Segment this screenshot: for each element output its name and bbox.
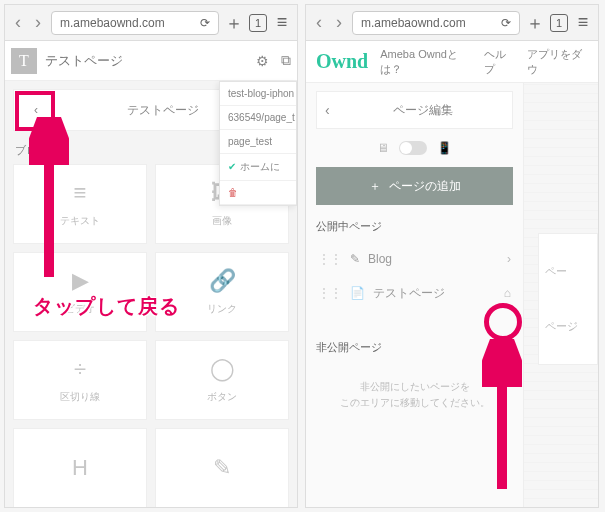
- menu-icon[interactable]: ≡: [574, 12, 592, 33]
- mobile-icon[interactable]: 📱: [437, 141, 452, 155]
- published-heading: 公開中ページ: [316, 219, 513, 234]
- edit-icon: ✎: [213, 455, 231, 481]
- drag-icon[interactable]: ⋮⋮: [318, 252, 342, 266]
- block-grid: ≡テキスト 🖼画像 ▶ビデオ 🔗リンク ÷区切り線 ◯ボタン H ✎: [13, 164, 289, 508]
- back-icon[interactable]: ‹: [11, 12, 25, 33]
- nav-about[interactable]: Ameba Owndとは？: [380, 47, 472, 77]
- unpublished-heading: 非公開ページ: [316, 340, 513, 355]
- left-screenshot: ‹ › m.amebaownd.com ⟳ ＋ 1 ≡ T テストページ ⚙ ⧉…: [4, 4, 298, 508]
- url-text: m.amebaownd.com: [361, 16, 466, 30]
- reload-icon[interactable]: ⟳: [200, 16, 210, 30]
- annotation-text: タップして戻る: [33, 293, 180, 320]
- tile-button[interactable]: ◯ボタン: [155, 340, 289, 420]
- browser-chrome: ‹ › m.amebaownd.com ⟳ ＋ 1 ≡: [5, 5, 297, 41]
- gear-icon[interactable]: ⚙: [256, 53, 269, 69]
- dropdown-delete[interactable]: 🗑: [220, 181, 296, 205]
- external-link-icon[interactable]: ⧉: [281, 52, 291, 69]
- sidebar: ‹ ページ編集 🖥 📱 ＋ ページの追加 公開中ページ ⋮⋮ ✎ Blog › …: [306, 83, 524, 507]
- unpublished-empty-message: 非公開にしたいページを このエリアに移動してください。: [316, 379, 513, 411]
- tile-divider[interactable]: ÷区切り線: [13, 340, 147, 420]
- dropdown-home[interactable]: ✔ホームに: [220, 154, 296, 181]
- page-header: T テストページ ⚙ ⧉: [5, 41, 297, 81]
- page-icon: 📄: [350, 286, 365, 300]
- drag-icon[interactable]: ⋮⋮: [318, 286, 342, 300]
- device-toggle-row: 🖥 📱: [316, 141, 513, 155]
- tile-video[interactable]: ▶ビデオ: [13, 252, 147, 332]
- plus-icon: ＋: [369, 178, 381, 195]
- text-icon: ≡: [74, 180, 87, 206]
- new-tab-icon[interactable]: ＋: [225, 11, 243, 35]
- site-header: Ownd Ameba Owndとは？ ヘルプ アプリをダウ: [306, 41, 598, 83]
- chevron-right-icon: ›: [507, 252, 511, 266]
- tile-edit[interactable]: ✎: [155, 428, 289, 508]
- annotation-arrow: [482, 339, 522, 499]
- address-bar[interactable]: m.amebaownd.com ⟳: [352, 11, 520, 35]
- desktop-icon[interactable]: 🖥: [377, 141, 389, 155]
- page-title: テストページ: [45, 52, 248, 70]
- sidebar-back-button[interactable]: ‹: [325, 102, 341, 118]
- menu-icon[interactable]: ≡: [273, 12, 291, 33]
- link-icon: 🔗: [209, 268, 236, 294]
- page-label: Blog: [368, 252, 392, 266]
- browser-chrome: ‹ › m.amebaownd.com ⟳ ＋ 1 ≡: [306, 5, 598, 41]
- settings-dropdown: test-blog-iphon 636549/page_t page_test …: [219, 81, 297, 206]
- trash-icon: 🗑: [228, 187, 238, 198]
- check-icon: ✔: [228, 161, 236, 172]
- right-screenshot: ‹ › m.amebaownd.com ⟳ ＋ 1 ≡ Ownd Ameba O…: [305, 4, 599, 508]
- button-icon: ◯: [210, 356, 235, 382]
- home-icon: ⌂: [504, 286, 511, 300]
- nav-help[interactable]: ヘルプ: [484, 47, 515, 77]
- ownd-logo[interactable]: Ownd: [316, 50, 368, 73]
- tile-text[interactable]: ≡テキスト: [13, 164, 147, 244]
- tile-heading[interactable]: H: [13, 428, 147, 508]
- add-page-button[interactable]: ＋ ページの追加: [316, 167, 513, 205]
- preview-card: ペー ページ: [538, 233, 598, 365]
- sidebar-title: ページ編集: [341, 102, 504, 119]
- reload-icon[interactable]: ⟳: [501, 16, 511, 30]
- page-icon: ✎: [350, 252, 360, 266]
- new-tab-icon[interactable]: ＋: [526, 11, 544, 35]
- nav-download[interactable]: アプリをダウ: [527, 47, 588, 77]
- forward-icon[interactable]: ›: [31, 12, 45, 33]
- page-item-blog[interactable]: ⋮⋮ ✎ Blog ›: [316, 242, 513, 276]
- panel-back-button[interactable]: ‹: [24, 98, 48, 122]
- page-item-test[interactable]: ⋮⋮ 📄 テストページ ⌂: [316, 276, 513, 310]
- heading-icon: H: [72, 455, 88, 481]
- page-label: テストページ: [373, 285, 445, 302]
- dropdown-slug[interactable]: page_test: [220, 130, 296, 154]
- tab-count[interactable]: 1: [249, 14, 267, 32]
- address-bar[interactable]: m.amebaownd.com ⟳: [51, 11, 219, 35]
- dropdown-url2: 636549/page_t: [220, 106, 296, 130]
- device-toggle[interactable]: [399, 141, 427, 155]
- tile-link[interactable]: 🔗リンク: [155, 252, 289, 332]
- back-icon[interactable]: ‹: [312, 12, 326, 33]
- page-type-icon: T: [11, 48, 37, 74]
- tab-count[interactable]: 1: [550, 14, 568, 32]
- url-text: m.amebaownd.com: [60, 16, 165, 30]
- editor-body: ‹ ページ編集 🖥 📱 ＋ ページの追加 公開中ページ ⋮⋮ ✎ Blog › …: [306, 83, 598, 507]
- sidebar-header: ‹ ページ編集: [316, 91, 513, 129]
- dropdown-url1: test-blog-iphon: [220, 82, 296, 106]
- divider-icon: ÷: [74, 356, 86, 382]
- video-icon: ▶: [72, 268, 89, 294]
- forward-icon[interactable]: ›: [332, 12, 346, 33]
- preview-canvas: ペー ページ: [524, 83, 598, 507]
